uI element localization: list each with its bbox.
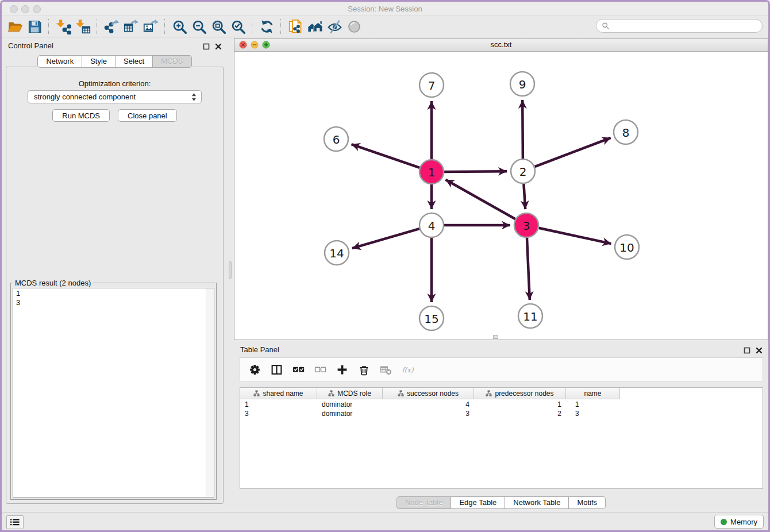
app-titlebar: Session: New Session — [2, 2, 768, 16]
graph-node-label: 7 — [428, 79, 436, 92]
attribute-tree-icon — [486, 390, 492, 396]
mcds-result-text[interactable]: 13 — [13, 288, 214, 498]
result-line: 1 — [16, 289, 211, 298]
graph-edge-1-2[interactable] — [444, 171, 507, 172]
run-mcds-button[interactable]: Run MCDS — [52, 109, 110, 122]
table-row[interactable]: 1dominator411 — [240, 400, 763, 409]
table-cell[interactable]: 1 — [474, 400, 566, 409]
delete-table-icon — [379, 364, 392, 376]
column-header-name[interactable]: name — [566, 388, 620, 399]
export-table-icon[interactable] — [122, 18, 140, 35]
column-header-MCDS-role[interactable]: MCDS role — [317, 388, 383, 399]
graph-edge-3-1[interactable] — [445, 180, 515, 219]
select-all-columns-icon[interactable] — [292, 364, 305, 376]
memory-label: Memory — [730, 518, 757, 526]
column-header-shared-name[interactable]: shared name — [240, 388, 317, 399]
tab-style[interactable]: Style — [82, 55, 116, 68]
attribute-tree-icon — [328, 390, 334, 396]
column-header-predecessor-nodes[interactable]: predecessor nodes — [474, 388, 566, 399]
optimization-criterion-label: Optimization criterion: — [6, 79, 223, 88]
float-table-panel-icon[interactable] — [744, 346, 750, 353]
add-column-icon[interactable] — [336, 364, 348, 376]
main-toolbar — [2, 16, 768, 37]
table-cell[interactable]: dominator — [317, 409, 383, 418]
table-cell[interactable]: 3 — [383, 409, 474, 418]
table-cell[interactable]: 1 — [566, 400, 620, 409]
tab-network[interactable]: Network — [37, 55, 82, 68]
column-header-successor-nodes[interactable]: successor nodes — [383, 388, 474, 399]
graph-node-label: 4 — [428, 219, 436, 233]
graph-node-label: 3 — [523, 219, 530, 233]
close-panel-button[interactable]: Close panel — [118, 109, 177, 122]
graph-edge-2-3[interactable] — [523, 184, 525, 209]
tab-node-table[interactable]: Node Table — [396, 496, 452, 509]
control-panel-tabs: NetworkStyleSelectMCDS — [2, 55, 228, 68]
import-network-icon[interactable] — [55, 18, 72, 35]
close-panel-icon[interactable] — [215, 42, 222, 49]
tab-edge-table[interactable]: Edge Table — [451, 496, 505, 509]
graph-edge-2-9[interactable] — [522, 100, 523, 159]
mcds-result-title: MCDS result (2 nodes) — [13, 279, 93, 287]
toolbar-separator — [48, 19, 49, 34]
memory-button[interactable]: Memory — [714, 515, 764, 529]
close-table-panel-icon[interactable] — [756, 346, 763, 353]
table-cell[interactable]: dominator — [317, 400, 383, 409]
open-session-icon[interactable] — [6, 18, 24, 35]
graph-edge-3-11[interactable] — [527, 238, 530, 300]
criterion-select[interactable]: strongly connected component — [28, 90, 202, 103]
table-cell[interactable]: 2 — [474, 409, 566, 418]
delete-column-icon[interactable] — [357, 364, 370, 376]
table-panel-title: Table Panel — [240, 345, 279, 354]
node-table: shared nameMCDS rolesuccessor nodesprede… — [240, 387, 763, 489]
minimize-view-button[interactable] — [251, 41, 259, 49]
export-image-icon[interactable] — [142, 18, 159, 35]
table-cell[interactable]: 4 — [383, 400, 474, 409]
toggle-graphics-details-icon[interactable] — [326, 18, 343, 35]
graph-edge-4-14[interactable] — [352, 229, 419, 248]
export-network-icon[interactable] — [103, 18, 120, 35]
graph-edge-1-6[interactable] — [352, 144, 420, 168]
table-cell[interactable]: 3 — [240, 409, 317, 418]
graph-node-label: 11 — [523, 310, 537, 323]
graph-node-label: 10 — [619, 241, 634, 255]
home-icon[interactable] — [306, 18, 324, 35]
zoom-out-icon[interactable] — [190, 18, 207, 35]
birds-eye-view-icon — [345, 18, 363, 35]
result-scrollbar[interactable] — [206, 288, 214, 497]
table-settings-icon[interactable] — [248, 364, 261, 376]
network-canvas[interactable]: 7968124314101511 — [234, 52, 768, 340]
graph-edge-2-8[interactable] — [535, 138, 611, 167]
canvas-resize-handle[interactable] — [493, 335, 498, 339]
table-cell[interactable]: 3 — [566, 409, 620, 418]
panel-split-handle[interactable] — [229, 261, 232, 279]
search-box[interactable] — [596, 19, 763, 33]
tab-select[interactable]: Select — [116, 55, 153, 68]
table-toolbar: f(x) — [240, 357, 763, 382]
status-bar: Memory — [2, 512, 768, 530]
close-view-button[interactable] — [239, 41, 247, 49]
column-layout-icon[interactable] — [270, 364, 283, 376]
refresh-layout-icon[interactable] — [258, 18, 275, 35]
unselect-all-columns-icon[interactable] — [314, 364, 326, 376]
zoom-selected-icon[interactable] — [229, 18, 247, 35]
zoom-view-button[interactable] — [262, 41, 270, 49]
tab-network-table[interactable]: Network Table — [505, 496, 569, 509]
tab-mcds[interactable]: MCDS — [153, 55, 191, 68]
list-icon — [9, 518, 21, 527]
import-table-icon[interactable] — [74, 18, 91, 35]
search-input[interactable] — [613, 21, 757, 31]
graph-node-label: 15 — [424, 312, 438, 326]
zoom-fit-icon[interactable] — [210, 18, 227, 35]
zoom-in-icon[interactable] — [171, 18, 188, 35]
task-history-button[interactable] — [6, 515, 24, 529]
tab-motifs[interactable]: Motifs — [569, 496, 606, 509]
graph-edge-3-10[interactable] — [539, 228, 611, 244]
save-session-icon[interactable] — [26, 18, 43, 35]
table-row[interactable]: 3dominator323 — [240, 409, 763, 418]
toolbar-separator — [280, 19, 282, 34]
float-panel-icon[interactable] — [203, 42, 210, 49]
table-cell[interactable]: 1 — [240, 400, 317, 409]
network-window-titlebar[interactable]: scc.txt — [234, 38, 768, 52]
graph-node-label: 9 — [519, 78, 526, 91]
clone-network-icon[interactable] — [287, 18, 304, 35]
